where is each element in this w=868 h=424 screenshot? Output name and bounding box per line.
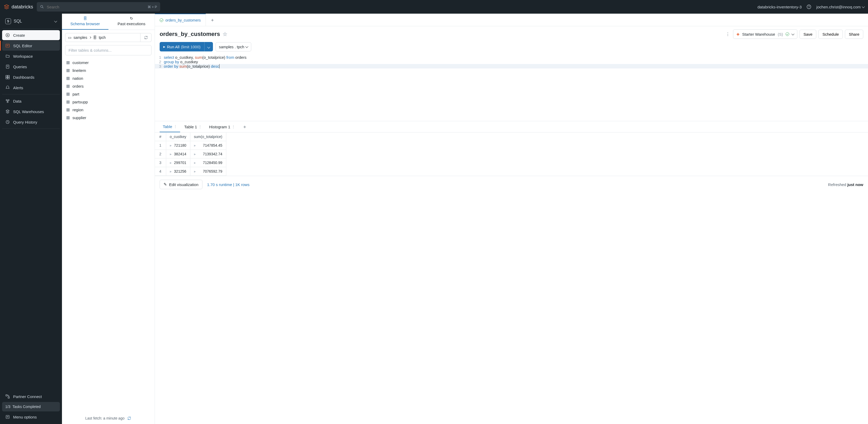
query-title-text: orders_by_customers bbox=[160, 31, 220, 37]
svg-line-21 bbox=[8, 100, 8, 102]
table-row[interactable]: 3▸299701▸7128450.99 bbox=[155, 159, 226, 167]
result-tab-table[interactable]: Table ⋮ bbox=[160, 121, 180, 132]
expand-caret-icon[interactable]: ▸ bbox=[170, 161, 172, 165]
table-item[interactable]: ▦orders bbox=[65, 82, 152, 90]
run-dropdown-button[interactable] bbox=[204, 42, 213, 52]
nav-dashboards[interactable]: Dashboards bbox=[2, 72, 60, 82]
table-item[interactable]: ▦partsupp bbox=[65, 98, 152, 106]
chevron-down-icon bbox=[246, 45, 248, 48]
table-item[interactable]: ▦supplier bbox=[65, 113, 152, 122]
expand-caret-icon[interactable]: ▸ bbox=[194, 152, 196, 156]
table-name: supplier bbox=[72, 116, 86, 120]
expand-caret-icon[interactable]: ▸ bbox=[170, 152, 172, 156]
nav-menu-options[interactable]: Menu options bbox=[2, 412, 60, 422]
schedule-button[interactable]: Schedule bbox=[818, 30, 843, 39]
query-menu-kebab[interactable]: ⋮ bbox=[725, 31, 731, 38]
nav-partner-connect[interactable]: Partner Connect bbox=[2, 391, 60, 401]
run-all-button[interactable]: ▸ Run All (limit 1000) bbox=[160, 42, 204, 52]
expand-caret-icon[interactable]: ▸ bbox=[194, 169, 196, 173]
expand-caret-icon[interactable]: ▸ bbox=[170, 169, 172, 173]
data-icon bbox=[5, 99, 10, 103]
nav-data[interactable]: Data bbox=[2, 96, 60, 106]
svg-rect-27 bbox=[6, 415, 9, 419]
kebab-icon[interactable]: ⋮ bbox=[174, 125, 177, 128]
svg-rect-24 bbox=[8, 397, 9, 398]
help-icon[interactable]: ? bbox=[806, 4, 811, 9]
nav-sql-editor[interactable]: SQL Editor bbox=[2, 41, 60, 51]
persona-switcher[interactable]: S SQL bbox=[2, 16, 60, 27]
create-button[interactable]: Create bbox=[2, 30, 60, 40]
warehouse-selector[interactable]: ◈ Starter Warehouse (S) bbox=[733, 29, 797, 39]
share-button[interactable]: Share bbox=[845, 30, 863, 39]
favorite-star-icon[interactable]: ☆ bbox=[223, 31, 227, 37]
catalog-name: samples bbox=[73, 35, 87, 40]
sql-editor[interactable]: 1select o_custkey, sum(o_totalprice) fro… bbox=[155, 54, 868, 68]
filter-input[interactable] bbox=[65, 45, 152, 55]
expand-caret-icon[interactable]: ▸ bbox=[194, 143, 196, 148]
table-row[interactable]: 2▸382414▸7139342.74 bbox=[155, 150, 226, 159]
save-button[interactable]: Save bbox=[800, 30, 816, 39]
workspace-name[interactable]: databricks-invententory-3 bbox=[757, 5, 802, 9]
table-row[interactable]: 1▸721180▸7147854.45 bbox=[155, 141, 226, 150]
svg-rect-13 bbox=[6, 75, 7, 77]
edit-viz-label: Edit visualization bbox=[169, 182, 198, 187]
nav-label: Dashboards bbox=[13, 75, 34, 79]
schema-icon: 🗄 bbox=[93, 35, 97, 40]
tasks-count: 1/3 bbox=[5, 404, 10, 409]
query-context-selector[interactable]: samples . tpch bbox=[216, 42, 251, 52]
table-item[interactable]: ▦customer bbox=[65, 59, 152, 66]
sql-editor-icon bbox=[5, 43, 10, 48]
databricks-icon bbox=[4, 4, 9, 10]
chevron-down-icon bbox=[207, 45, 210, 48]
user-menu[interactable]: jochen.christ@innoq.com bbox=[816, 5, 864, 9]
warehouse-name: Starter Warehouse bbox=[742, 32, 775, 36]
refresh-icon[interactable] bbox=[127, 416, 131, 420]
persona-badge: S bbox=[5, 19, 11, 24]
expand-caret-icon[interactable]: ▸ bbox=[170, 143, 172, 148]
column-header[interactable]: # bbox=[155, 132, 166, 141]
schema-browser-panel: 🗄 Schema browser ↻ Past executions ▭ sam… bbox=[62, 14, 155, 424]
tasks-label: Tasks Completed bbox=[12, 404, 40, 409]
global-search[interactable]: ⌘ + P bbox=[37, 2, 160, 11]
edit-visualization-button[interactable]: ✎ Edit visualization bbox=[160, 180, 203, 189]
result-tab-histogram[interactable]: Histogram 1 ⋮ bbox=[206, 121, 238, 132]
tab-past-executions[interactable]: ↻ Past executions bbox=[108, 14, 155, 30]
nav-label: Workspace bbox=[13, 54, 33, 59]
table-name: region bbox=[72, 107, 84, 112]
context-text: samples . tpch bbox=[219, 44, 244, 49]
nav-workspace[interactable]: Workspace bbox=[2, 51, 60, 61]
expand-caret-icon[interactable]: ▸ bbox=[194, 161, 196, 165]
refresh-schema-button[interactable] bbox=[141, 33, 152, 42]
column-header[interactable]: o_custkey bbox=[166, 132, 190, 141]
brand-text: databricks bbox=[11, 4, 33, 10]
play-icon: ▸ bbox=[163, 44, 165, 49]
column-header[interactable]: sum(o_totalprice) bbox=[190, 132, 226, 141]
run-limit: (limit 1000) bbox=[181, 44, 200, 49]
database-icon: 🗄 bbox=[83, 16, 87, 21]
table-item[interactable]: ▦part bbox=[65, 90, 152, 98]
result-grid[interactable]: #o_custkeysum(o_totalprice)1▸721180▸7147… bbox=[155, 132, 868, 176]
kebab-icon[interactable]: ⋮ bbox=[198, 125, 202, 129]
table-item[interactable]: ▦nation bbox=[65, 74, 152, 82]
brand-logo[interactable]: databricks bbox=[4, 4, 33, 10]
tasks-progress[interactable]: 1/3 Tasks Completed bbox=[2, 402, 60, 412]
table-row[interactable]: 4▸321256▸7076592.79 bbox=[155, 167, 226, 176]
add-visualization[interactable]: ＋ bbox=[239, 124, 250, 130]
nav-history[interactable]: Query History bbox=[2, 117, 60, 127]
table-item[interactable]: ▦region bbox=[65, 106, 152, 113]
schema-footer: Last fetch: a minute ago bbox=[62, 413, 155, 424]
result-tab-table1[interactable]: Table 1 ⋮ bbox=[181, 121, 205, 132]
add-query-tab[interactable]: ＋ bbox=[206, 17, 219, 23]
table-item[interactable]: ▦lineitem bbox=[65, 66, 152, 74]
query-tab[interactable]: orders_by_customers bbox=[155, 14, 206, 26]
kebab-icon[interactable]: ⋮ bbox=[232, 125, 235, 129]
nav-alerts[interactable]: Alerts bbox=[2, 83, 60, 93]
nav-warehouses[interactable]: SQL Warehouses bbox=[2, 106, 60, 117]
schema-breadcrumb[interactable]: ▭ samples 🗄 tpch bbox=[65, 33, 141, 42]
tab-schema-browser[interactable]: 🗄 Schema browser bbox=[62, 14, 108, 30]
alerts-icon bbox=[5, 85, 10, 90]
schema-name: tpch bbox=[99, 35, 105, 40]
query-editor-main: orders_by_customers ＋ orders_by_customer… bbox=[155, 14, 868, 424]
nav-queries[interactable]: Queries bbox=[2, 62, 60, 72]
search-input[interactable] bbox=[47, 5, 145, 9]
